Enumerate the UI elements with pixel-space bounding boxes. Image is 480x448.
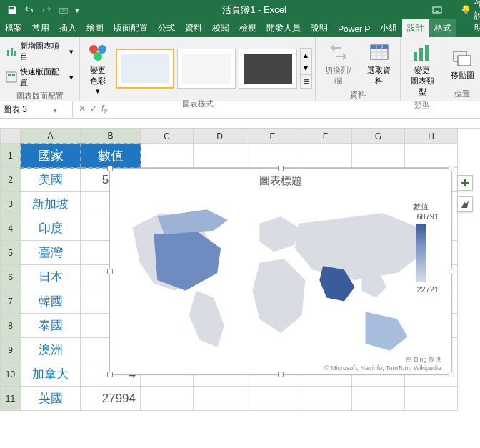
cell[interactable] — [246, 144, 299, 168]
quick-layout-button[interactable]: 快速版面配置 ▾ — [3, 65, 76, 89]
tab-home[interactable]: 常用 — [27, 19, 54, 37]
row-header[interactable]: 6 — [1, 265, 21, 289]
cell[interactable]: 英國 — [21, 387, 81, 411]
tab-file[interactable]: 檔案 — [0, 19, 27, 37]
tab-formulas[interactable]: 公式 — [153, 19, 180, 37]
ribbon-options-button[interactable] — [423, 0, 451, 20]
cell[interactable]: 韓國 — [21, 289, 81, 314]
cell[interactable] — [194, 387, 246, 411]
cell[interactable]: 數值 — [81, 144, 141, 168]
col-header[interactable]: A — [21, 129, 81, 144]
resize-handle[interactable] — [449, 372, 454, 377]
tab-insert[interactable]: 插入 — [54, 19, 81, 37]
select-data-button[interactable]: 選取資料 — [361, 39, 398, 88]
tab-format[interactable]: 格式 — [429, 19, 456, 37]
resize-handle[interactable] — [107, 269, 113, 274]
resize-handle[interactable] — [278, 372, 284, 377]
add-chart-element-button[interactable]: 新增圖表項目 ▾ — [3, 39, 76, 64]
change-colors-button[interactable]: 變更 色彩 ▾ — [83, 39, 113, 97]
move-chart-button[interactable]: 移動圖 — [447, 44, 477, 82]
select-all-cell[interactable] — [1, 129, 21, 144]
chart-elements-button[interactable] — [457, 175, 473, 191]
cell[interactable] — [352, 387, 405, 411]
redo-button[interactable] — [39, 2, 54, 18]
tab-developer[interactable]: 開發人員 — [261, 19, 306, 37]
col-header[interactable]: G — [352, 129, 405, 144]
chart-style-3[interactable] — [239, 49, 297, 89]
tab-view[interactable]: 檢視 — [234, 19, 261, 37]
col-header[interactable]: E — [246, 129, 299, 144]
cell[interactable] — [299, 144, 352, 168]
row-header[interactable]: 11 — [1, 387, 21, 411]
row-header[interactable]: 4 — [1, 216, 21, 241]
col-header[interactable]: H — [405, 129, 458, 144]
cell[interactable] — [141, 387, 194, 411]
undo-button[interactable] — [21, 2, 37, 18]
resize-handle[interactable] — [278, 166, 284, 171]
styles-more[interactable]: ≡ — [301, 74, 311, 88]
row-header[interactable]: 9 — [1, 338, 21, 362]
switch-rowcol-button[interactable]: 切換列/欄 — [319, 39, 358, 88]
chart-style-1[interactable] — [116, 49, 174, 89]
fx-icon[interactable]: fx — [101, 104, 107, 115]
cell[interactable]: 臺灣 — [21, 241, 81, 265]
tab-powerp[interactable]: Power P — [333, 21, 375, 37]
tab-design[interactable]: 設計 — [402, 19, 429, 37]
row-header[interactable]: 5 — [1, 241, 21, 265]
name-box-dropdown-icon[interactable]: ▾ — [53, 105, 57, 115]
cell[interactable]: 泰國 — [21, 314, 81, 338]
chart-plot-area[interactable] — [119, 191, 443, 362]
save-button[interactable] — [4, 2, 20, 18]
cell[interactable]: 27994 — [81, 387, 141, 411]
row-header[interactable]: 10 — [1, 362, 21, 387]
cell[interactable] — [405, 387, 458, 411]
cell[interactable]: 國家 — [21, 144, 81, 168]
enter-formula-icon[interactable]: ✓ — [90, 104, 97, 115]
chart-object[interactable]: 圖表標題 數值 68791 22721 由 — [109, 168, 452, 375]
camera-button[interactable] — [56, 2, 71, 18]
resize-handle[interactable] — [449, 269, 454, 274]
row-header[interactable]: 3 — [1, 192, 21, 216]
name-box[interactable]: ▾ — [0, 101, 73, 118]
row-header[interactable]: 7 — [1, 289, 21, 314]
chart-styles-button[interactable] — [457, 196, 473, 212]
name-box-input[interactable] — [3, 105, 53, 115]
group-type-label: 類型 — [404, 99, 441, 112]
cell[interactable] — [141, 144, 194, 168]
cell[interactable]: 印度 — [21, 216, 81, 241]
resize-handle[interactable] — [107, 372, 113, 377]
col-header[interactable]: C — [141, 129, 194, 144]
tell-me-search[interactable]: 💡 操作說明 — [456, 0, 480, 37]
cell[interactable] — [246, 387, 299, 411]
cell[interactable] — [299, 387, 352, 411]
tab-data[interactable]: 資料 — [180, 19, 207, 37]
chart-title[interactable]: 圖表標題 — [110, 169, 451, 191]
tab-pagelayout[interactable]: 版面配置 — [109, 19, 153, 37]
tab-draw[interactable]: 繪圖 — [81, 19, 109, 37]
cell[interactable]: 美國 — [21, 168, 81, 192]
qat-customize-icon[interactable]: ▾ — [73, 2, 81, 18]
resize-handle[interactable] — [449, 166, 454, 171]
row-header[interactable]: 2 — [1, 168, 21, 192]
cell[interactable]: 加拿大 — [21, 362, 81, 387]
row-header[interactable]: 8 — [1, 314, 21, 338]
cell[interactable] — [405, 144, 458, 168]
col-header[interactable]: F — [299, 129, 352, 144]
cell[interactable]: 日本 — [21, 265, 81, 289]
styles-scroll-up[interactable]: ▴ — [301, 49, 311, 61]
cell[interactable] — [194, 144, 246, 168]
tab-help[interactable]: 說明 — [306, 19, 333, 37]
chart-style-2[interactable] — [177, 49, 236, 89]
change-chart-type-button[interactable]: 變更 圖表類型 — [404, 39, 441, 99]
col-header[interactable]: D — [194, 129, 246, 144]
col-header[interactable]: B — [81, 129, 141, 144]
cell[interactable] — [352, 144, 405, 168]
tab-team[interactable]: 小組 — [375, 19, 402, 37]
cell[interactable]: 新加坡 — [21, 192, 81, 216]
tab-review[interactable]: 校閱 — [207, 19, 234, 37]
row-header[interactable]: 1 — [1, 144, 21, 168]
cell[interactable]: 澳洲 — [21, 338, 81, 362]
resize-handle[interactable] — [107, 166, 113, 171]
cancel-formula-icon[interactable]: ✕ — [79, 104, 86, 115]
styles-scroll-down[interactable]: ▾ — [301, 61, 311, 74]
